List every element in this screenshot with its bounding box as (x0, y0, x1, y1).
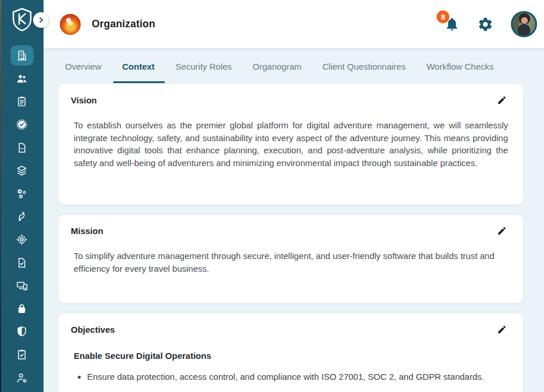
users-icon (10, 69, 34, 89)
clipboard-list-icon (10, 91, 34, 112)
target-icon (10, 229, 34, 250)
sidebar-item-badge-check[interactable] (0, 113, 44, 136)
mission-body-text: To simplify adventure management through… (74, 250, 508, 275)
sidebar-item-clipboard-check[interactable] (0, 343, 44, 366)
main-area: Organization 8 Overview Context Se (44, 0, 544, 392)
objective-section-heading: Enable Secure Digital Operations (74, 351, 508, 361)
tab-context[interactable]: Context (123, 49, 155, 84)
sidebar-item-building[interactable] (0, 44, 44, 67)
objectives-card-header: Objectives (71, 323, 508, 336)
notification-count-badge: 8 (437, 10, 449, 23)
vision-card-header: Vision (71, 94, 508, 106)
sidebar-item-users[interactable] (0, 67, 44, 91)
tab-organogram[interactable]: Organogram (253, 49, 301, 84)
devices-icon (10, 275, 34, 296)
settings-button[interactable] (477, 16, 493, 33)
vision-card: Vision To establish ourselves as the pre… (59, 84, 523, 204)
sidebar-item-workflow-arrows[interactable] (0, 205, 44, 228)
tab-overview[interactable]: Overview (65, 49, 102, 84)
mascot-avatar (60, 14, 81, 35)
sidebar-item-user-gear[interactable] (0, 366, 44, 389)
sidebar-item-document[interactable] (0, 136, 44, 159)
gears-icon (10, 184, 34, 204)
shield-icon (10, 321, 34, 341)
layers-icon (10, 160, 34, 181)
page-header: Organization 8 (44, 0, 544, 49)
content-area: Overview Context Security Roles Organogr… (44, 49, 544, 392)
objective-bullet: Ensure data protection, access control, … (87, 371, 508, 383)
sidebar-item-shield[interactable] (0, 320, 44, 343)
tab-workflow-checks[interactable]: Workflow Checks (427, 49, 494, 84)
document-check-icon (10, 253, 34, 273)
objectives-card: Objectives Enable Secure Digital Operati… (59, 314, 523, 392)
lock-icon (10, 299, 34, 319)
pencil-icon (497, 325, 507, 335)
tab-client-questionnaires[interactable]: Client Questionnaires (322, 49, 405, 84)
sidebar-expand-button[interactable] (33, 12, 49, 28)
sidebar-item-gears[interactable] (0, 182, 44, 206)
page-title: Organization (92, 18, 155, 30)
badge-check-icon (10, 114, 34, 135)
vision-title: Vision (71, 95, 97, 105)
shield-k-logo[interactable] (10, 5, 34, 38)
user-gear-icon (10, 368, 34, 388)
gear-icon (477, 16, 493, 33)
pencil-icon (497, 226, 507, 236)
clipboard-check-icon (10, 344, 34, 365)
tab-bar: Overview Context Security Roles Organogr… (44, 49, 544, 84)
vision-body-text: To establish ourselves as the premier gl… (74, 119, 508, 170)
sidebar-item-clipboard-list[interactable] (0, 90, 44, 113)
building-icon (10, 45, 34, 66)
objectives-edit-button[interactable] (496, 323, 508, 336)
sidebar-item-layers[interactable] (0, 159, 44, 182)
pencil-icon (497, 95, 507, 105)
mission-edit-button[interactable] (496, 225, 508, 237)
sidebar (0, 0, 44, 392)
mission-card-header: Mission (71, 225, 508, 237)
chevron-right-icon (37, 16, 45, 24)
objective-bullet-list: Ensure data protection, access control, … (75, 371, 508, 383)
vision-edit-button[interactable] (496, 94, 508, 106)
sidebar-item-document-check[interactable] (0, 251, 44, 274)
document-icon (10, 138, 34, 158)
user-avatar[interactable] (511, 11, 537, 37)
tab-security-roles[interactable]: Security Roles (175, 49, 232, 84)
notifications-button[interactable]: 8 (444, 16, 460, 32)
sidebar-item-devices[interactable] (0, 274, 44, 297)
sidebar-nav (0, 44, 44, 389)
sidebar-item-lock[interactable] (0, 297, 44, 321)
sidebar-item-target[interactable] (0, 228, 44, 251)
workflow-arrows-icon (10, 206, 34, 226)
mission-title: Mission (71, 226, 103, 236)
objectives-title: Objectives (71, 325, 115, 335)
header-actions: 8 (444, 11, 537, 37)
mission-card: Mission To simplify adventure management… (59, 215, 523, 303)
